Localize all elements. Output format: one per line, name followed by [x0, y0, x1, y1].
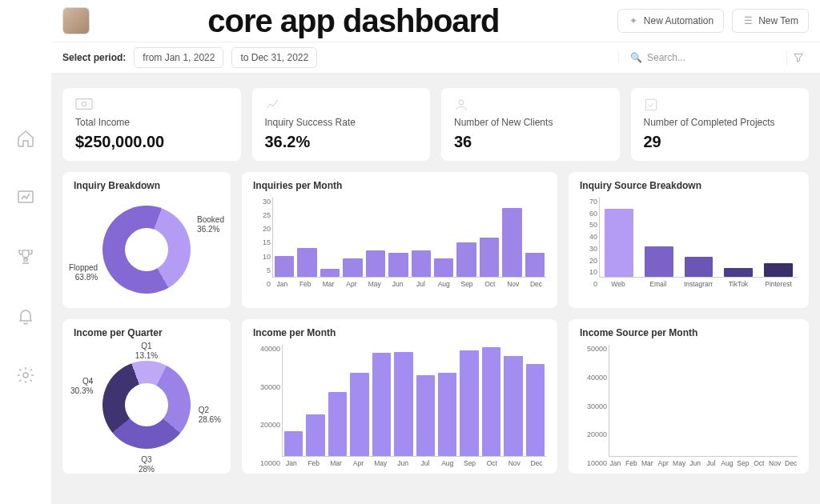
- kpi-label: Number of New Clients: [454, 117, 607, 128]
- automation-icon: ✦: [628, 15, 639, 26]
- content: Total Income $250,000.00 Inquiry Success…: [51, 74, 820, 504]
- template-icon: ☰: [742, 15, 754, 26]
- chart-income-per-quarter: Income per Quarter Q113.1% Q228.6% Q328%…: [62, 319, 231, 474]
- new-automation-button[interactable]: ✦New Automation: [617, 9, 724, 33]
- growth-icon: [265, 98, 418, 112]
- donut-label-q1: Q113.1%: [135, 342, 158, 361]
- kpi-value: 36.2%: [265, 133, 418, 151]
- kpi-total-income: Total Income $250,000.00: [62, 88, 241, 161]
- stacked-bar-chart: [609, 345, 798, 457]
- kpi-label: Inquiry Success Rate: [265, 117, 418, 128]
- svg-point-4: [459, 100, 464, 105]
- kpi-value: 36: [454, 133, 607, 151]
- home-icon[interactable]: [15, 128, 36, 149]
- kpi-label: Number of Completed Projects: [644, 117, 797, 128]
- gear-icon[interactable]: [15, 365, 36, 386]
- money-icon: [75, 98, 228, 112]
- filter-icon[interactable]: [786, 50, 809, 66]
- chart-inquiry-source: Inquiry Source Breakdown 706050403020100…: [569, 172, 809, 308]
- donut-chart: [102, 361, 191, 449]
- donut-chart: [102, 206, 191, 294]
- kpi-label: Total Income: [75, 117, 228, 128]
- page-title: core app dashboard: [98, 3, 609, 39]
- svg-point-3: [82, 102, 86, 106]
- chart-title: Income Source per Month: [580, 327, 798, 338]
- donut-label-booked: Booked36.2%: [197, 215, 224, 234]
- chart-income-per-month: Income per Month 40000300002000010000Jan…: [242, 319, 557, 474]
- chart-inquiry-breakdown: Inquiry Breakdown Booked36.2% Flopped63.…: [62, 172, 231, 308]
- kpi-success-rate: Inquiry Success Rate 36.2%: [252, 88, 431, 161]
- chart-title: Inquiry Source Breakdown: [580, 180, 798, 191]
- chart-inquiries-per-month: Inquiries per Month 302520151050JanFebMa…: [242, 172, 557, 308]
- new-automation-label: New Automation: [644, 15, 713, 26]
- kpi-value: 29: [644, 133, 797, 151]
- kpi-value: $250,000.00: [75, 133, 228, 151]
- chart-title: Income per Quarter: [74, 327, 219, 338]
- new-template-label: New Tem: [758, 15, 798, 26]
- period-bar: Select period: from Jan 1, 2022 to Dec 3…: [51, 42, 820, 74]
- new-template-button[interactable]: ☰New Tem: [732, 9, 809, 33]
- kpi-new-clients: Number of New Clients 36: [441, 88, 620, 161]
- user-icon: [454, 98, 607, 112]
- period-from[interactable]: from Jan 1, 2022: [134, 47, 223, 68]
- search-icon: 🔍: [630, 52, 642, 63]
- trophy-icon[interactable]: [15, 246, 36, 267]
- svg-rect-2: [76, 99, 92, 110]
- chart-income-source-per-month: Income Source per Month 5000040000300002…: [569, 319, 809, 474]
- check-icon: [644, 98, 797, 112]
- nav-rail: [0, 0, 51, 504]
- donut-label-q3: Q328%: [139, 455, 155, 474]
- bar-chart: [272, 198, 546, 278]
- chart-title: Inquiries per Month: [253, 180, 546, 191]
- bell-icon[interactable]: [15, 306, 36, 326]
- kpi-completed-projects: Number of Completed Projects 29: [631, 88, 810, 161]
- donut-label-q4: Q430.3%: [70, 377, 93, 396]
- chart-title: Income per Month: [253, 327, 546, 338]
- avatar[interactable]: [62, 7, 90, 34]
- donut-label-q2: Q228.6%: [199, 406, 221, 425]
- search-input[interactable]: 🔍 Search...: [618, 52, 778, 63]
- period-label: Select period:: [62, 52, 126, 63]
- search-placeholder: Search...: [647, 52, 685, 63]
- analytics-icon[interactable]: [15, 187, 36, 208]
- donut-label-flopped: Flopped63.8%: [69, 263, 98, 282]
- svg-rect-5: [645, 99, 657, 110]
- topbar: core app dashboard ✦New Automation ☰New …: [51, 0, 820, 42]
- bar-chart: [599, 198, 798, 278]
- bar-chart: [282, 345, 546, 457]
- svg-point-1: [23, 373, 28, 378]
- chart-title: Inquiry Breakdown: [74, 180, 219, 191]
- period-to[interactable]: to Dec 31, 2022: [231, 47, 317, 68]
